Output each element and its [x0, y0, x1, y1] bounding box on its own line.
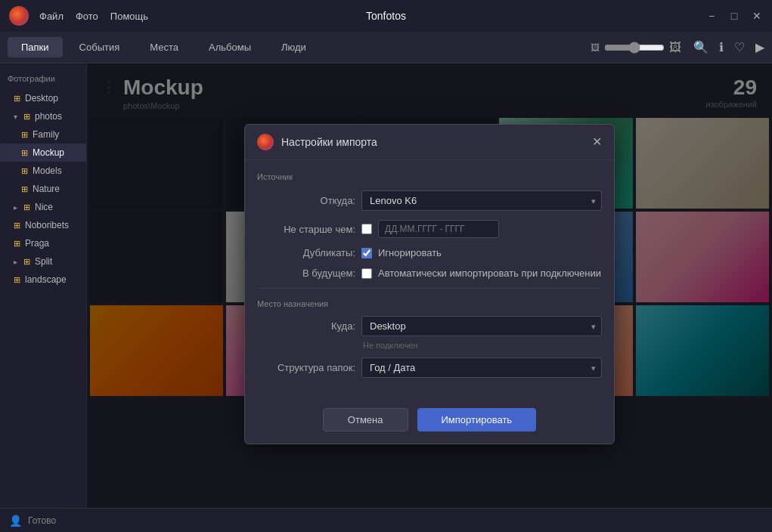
- sidebar-item-mockup[interactable]: ⊞ Mockup: [0, 144, 86, 162]
- title-bar: Файл Фото Помощь Tonfotos − □ ✕: [0, 0, 772, 32]
- menu-photo[interactable]: Фото: [76, 11, 98, 22]
- duplicates-checkbox[interactable]: [361, 248, 372, 258]
- dialog-logo: [257, 134, 274, 150]
- zoom-out-icon: 🖼: [591, 42, 600, 53]
- sidebar-item-landscape[interactable]: ⊞ landscape: [0, 271, 86, 289]
- tab-albums[interactable]: Альбомы: [195, 37, 265, 57]
- future-checkbox[interactable]: [361, 268, 372, 279]
- sidebar-item-models[interactable]: ⊞ Models: [0, 162, 86, 180]
- date-input[interactable]: [378, 220, 499, 238]
- sidebar-label-noboribets: Noboribets: [25, 220, 69, 230]
- maximize-button[interactable]: □: [728, 10, 740, 22]
- sidebar-section-label: Фотографии: [0, 71, 86, 89]
- from-label: Откуда:: [257, 195, 355, 206]
- tab-events[interactable]: События: [66, 37, 134, 57]
- sidebar-item-photos[interactable]: ▾ ⊞ photos: [0, 107, 86, 125]
- grid-icon-models: ⊞: [21, 166, 28, 176]
- tab-places[interactable]: Места: [136, 37, 192, 57]
- duplicates-check-label: Игнорировать: [378, 247, 442, 258]
- sidebar-label-praga: Praga: [25, 238, 49, 249]
- zoom-slider[interactable]: [604, 42, 665, 54]
- main-layout: Фотографии ⊞ Desktop ▾ ⊞ photos ⊞ Family…: [0, 63, 772, 508]
- grid-icon-nice: ⊞: [23, 203, 30, 212]
- duplicates-label: Дубликаты:: [257, 247, 355, 258]
- menu-file[interactable]: Файл: [39, 11, 64, 22]
- sidebar-label-desktop: Desktop: [25, 93, 58, 104]
- grid-icon-nature: ⊞: [21, 184, 28, 194]
- window-controls: − □ ✕: [705, 10, 763, 22]
- future-label: В будущем:: [257, 268, 355, 279]
- source-section-label: Источник: [257, 172, 602, 181]
- cancel-button[interactable]: Отмена: [323, 408, 408, 431]
- title-bar-left: Файл Фото Помощь: [9, 6, 148, 26]
- sidebar-item-split[interactable]: ▸ ⊞ Split: [0, 252, 86, 271]
- play-icon[interactable]: ▶: [755, 40, 764, 54]
- sidebar-label-landscape: landscape: [25, 274, 67, 285]
- tab-people[interactable]: Люди: [268, 37, 320, 57]
- close-button[interactable]: ✕: [751, 10, 763, 22]
- from-row: Откуда: Lenovo K6 ▾: [257, 190, 602, 211]
- future-row: В будущем: Автоматически импортировать п…: [257, 268, 602, 279]
- chevron-down-icon-photos: ▾: [14, 113, 17, 121]
- minimize-button[interactable]: −: [705, 10, 718, 22]
- sidebar-item-noboribets[interactable]: ⊞ Noboribets: [0, 216, 86, 234]
- sidebar-label-nice: Nice: [35, 202, 53, 212]
- not-older-row: Не старше чем:: [257, 220, 602, 238]
- info-icon[interactable]: ℹ: [719, 40, 724, 54]
- sidebar-item-nice[interactable]: ▸ ⊞ Nice: [0, 198, 86, 216]
- chevron-right-icon-nice: ▸: [14, 203, 17, 212]
- zoom-slider-group: 🖼 🖼: [591, 41, 681, 54]
- sidebar-label-photos: photos: [35, 111, 62, 122]
- dialog-header-left: Настройки импорта: [257, 134, 377, 150]
- folder-structure-label: Структура папок:: [257, 362, 355, 373]
- folder-structure-row: Структура папок: Год / Дата ▾: [257, 357, 602, 378]
- sidebar-label-family: Family: [33, 129, 59, 140]
- sidebar-item-desktop[interactable]: ⊞ Desktop: [0, 89, 86, 107]
- import-settings-dialog: Настройки импорта ✕ Источник Откуда: Len…: [244, 124, 615, 444]
- grid-icon-landscape: ⊞: [14, 275, 20, 285]
- sidebar-label-mockup: Mockup: [33, 147, 64, 158]
- grid-icon-desktop: ⊞: [14, 94, 20, 104]
- from-select[interactable]: Lenovo K6: [361, 190, 602, 211]
- destination-section-label: Место назначения: [257, 299, 602, 308]
- sidebar-item-praga[interactable]: ⊞ Praga: [0, 234, 86, 252]
- nav-action-icons: 🔍 ℹ ♡ ▶: [693, 40, 764, 54]
- grid-icon-split: ⊞: [23, 257, 30, 267]
- not-older-checkbox[interactable]: [361, 224, 372, 234]
- dialog-title: Настройки импорта: [281, 136, 377, 148]
- chevron-right-icon-split: ▸: [14, 258, 17, 266]
- dialog-body: Источник Откуда: Lenovo K6 ▾ Не с: [245, 160, 614, 399]
- dialog-overlay: Настройки импорта ✕ Источник Откуда: Len…: [87, 63, 772, 508]
- to-row: Куда: Desktop ▾: [257, 316, 602, 336]
- future-check-label: Автоматически импортировать при подключе…: [378, 268, 601, 279]
- nav-bar: Папки События Места Альбомы Люди 🖼 🖼 🔍 ℹ…: [0, 32, 772, 63]
- sidebar-item-family[interactable]: ⊞ Family: [0, 125, 86, 144]
- grid-icon-photos: ⊞: [23, 112, 30, 122]
- sidebar-label-models: Models: [33, 165, 62, 176]
- grid-icon-noboribets: ⊞: [14, 221, 20, 230]
- folder-structure-select-wrapper: Год / Дата ▾: [361, 357, 602, 378]
- to-select-wrapper: Desktop ▾: [361, 316, 602, 336]
- tab-folders[interactable]: Папки: [8, 37, 63, 57]
- duplicates-row: Дубликаты: Игнорировать: [257, 247, 602, 258]
- not-older-label: Не старше чем:: [257, 224, 355, 235]
- dialog-close-button[interactable]: ✕: [592, 136, 602, 148]
- section-divider: [257, 288, 602, 289]
- menu-help[interactable]: Помощь: [110, 11, 148, 22]
- dialog-footer: Отмена Импортировать: [245, 399, 614, 444]
- title-bar-menu: Файл Фото Помощь: [39, 11, 148, 22]
- sidebar-item-nature[interactable]: ⊞ Nature: [0, 180, 86, 198]
- app-logo: [9, 6, 29, 26]
- status-bar: 👤 Готово: [0, 508, 772, 532]
- nav-tabs: Папки События Места Альбомы Люди: [8, 37, 320, 57]
- content-area: ⋮ Mockup photos\Mockup 29 изображений: [87, 63, 772, 508]
- import-button[interactable]: Импортировать: [417, 408, 537, 431]
- app-title: Tonfotos: [366, 10, 406, 22]
- search-icon[interactable]: 🔍: [693, 40, 708, 54]
- heart-icon[interactable]: ♡: [734, 40, 745, 54]
- to-select[interactable]: Desktop: [361, 316, 602, 336]
- zoom-in-icon: 🖼: [669, 41, 681, 54]
- grid-icon-family: ⊞: [21, 130, 28, 140]
- folder-structure-select[interactable]: Год / Дата: [361, 357, 602, 378]
- sidebar: Фотографии ⊞ Desktop ▾ ⊞ photos ⊞ Family…: [0, 63, 87, 508]
